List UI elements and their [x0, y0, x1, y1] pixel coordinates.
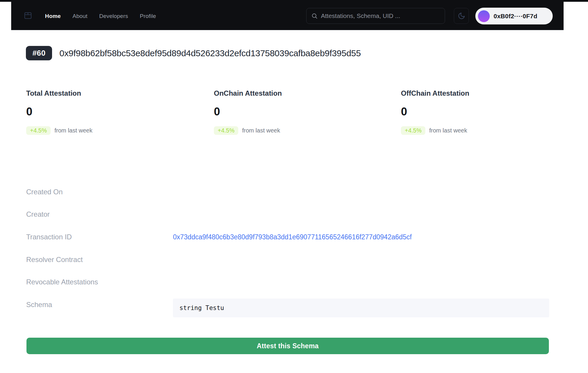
- stat-card-offchain: OffChain Attestation 0 +4.5% from last w…: [401, 90, 566, 135]
- transaction-id-link[interactable]: 0x73ddca9f480c6b3e80d9f793b8a3dd1e690771…: [173, 233, 412, 241]
- detail-label-revocable-attestations: Revocable Attestations: [26, 278, 98, 286]
- stat-change-note: from last week: [429, 127, 467, 134]
- stat-title: Total Attestation: [26, 90, 191, 97]
- nav-item-home[interactable]: Home: [45, 13, 61, 19]
- detail-label-resolver-contract: Resolver Contract: [26, 256, 83, 264]
- schema-number-badge: #60: [26, 46, 52, 60]
- stat-change-badge: +4.5%: [26, 126, 51, 135]
- detail-label-transaction-id: Transaction ID: [26, 233, 72, 241]
- archive-box-icon: [24, 11, 32, 21]
- schema-uid: 0x9f98b62bf58bc53e8def95d89d4d526233d2ef…: [59, 48, 361, 58]
- stat-delta-row: +4.5% from last week: [26, 126, 191, 135]
- detail-label-created-on: Created On: [26, 188, 63, 196]
- stat-delta-row: +4.5% from last week: [401, 126, 566, 135]
- search-input[interactable]: [321, 12, 440, 19]
- search-icon: [311, 13, 318, 19]
- schema-code-box: string Testu: [173, 299, 549, 317]
- stat-value: 0: [26, 106, 191, 117]
- stat-change-badge: +4.5%: [401, 126, 425, 135]
- app-logo[interactable]: [24, 2, 32, 30]
- stat-delta-row: +4.5% from last week: [214, 126, 379, 135]
- navbar: Home About Developers Profile 0x: [11, 2, 564, 30]
- stat-change-badge: +4.5%: [214, 126, 238, 135]
- nav-item-developers[interactable]: Developers: [99, 13, 128, 19]
- main-nav: Home About Developers Profile: [45, 2, 156, 30]
- theme-toggle-button[interactable]: [454, 8, 469, 24]
- nav-item-about[interactable]: About: [73, 13, 88, 19]
- stat-title: OnChain Attestation: [214, 90, 379, 97]
- stat-value: 0: [401, 106, 566, 117]
- search-box: [306, 8, 445, 24]
- attest-schema-button[interactable]: Attest this Schema: [26, 338, 549, 354]
- detail-label-creator: Creator: [26, 210, 50, 218]
- schema-definition: string Testu: [173, 304, 224, 311]
- schema-header: #60 0x9f98b62bf58bc53e8def95d89d4d526233…: [26, 46, 361, 60]
- stat-change-note: from last week: [54, 127, 92, 134]
- stat-card-onchain: OnChain Attestation 0 +4.5% from last we…: [214, 90, 379, 135]
- detail-label-schema: Schema: [26, 301, 52, 309]
- wallet-avatar: [478, 10, 490, 22]
- schema-detail-page: Home About Developers Profile 0x: [0, 0, 588, 373]
- stat-title: OffChain Attestation: [401, 90, 566, 97]
- nav-item-profile[interactable]: Profile: [140, 13, 156, 19]
- wallet-button[interactable]: 0xB0f2····0F7d: [475, 8, 553, 24]
- wallet-address: 0xB0f2····0F7d: [494, 13, 537, 20]
- stat-change-note: from last week: [242, 127, 280, 134]
- stat-card-total: Total Attestation 0 +4.5% from last week: [26, 90, 191, 135]
- stat-value: 0: [214, 106, 379, 117]
- moon-icon: [458, 12, 465, 20]
